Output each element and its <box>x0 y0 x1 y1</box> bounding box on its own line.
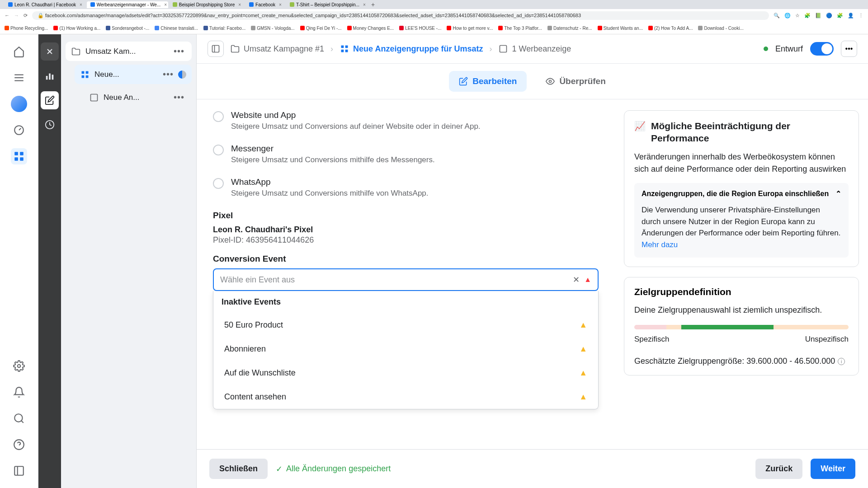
avatar[interactable] <box>11 96 27 112</box>
more-button[interactable]: ••• <box>841 41 857 57</box>
next-button[interactable]: Weiter <box>811 459 855 479</box>
form-column: Website und App Steigere Umsatz und Conv… <box>197 99 615 449</box>
settings-icon[interactable] <box>11 358 27 374</box>
close-icon[interactable]: × <box>363 2 366 7</box>
tab-bar: Leon R. Chaudhari | Facebook× Werbeanzei… <box>0 0 868 9</box>
tree-label: Umsatz Kam... <box>85 47 172 56</box>
extension-icon[interactable]: 🧩 <box>804 13 811 19</box>
side-column: 📈 Mögliche Beeinträchtigung der Performa… <box>615 99 868 449</box>
bookmark[interactable]: Money Changes E... <box>347 26 394 31</box>
event-option[interactable]: Abonnieren▲ <box>213 337 598 361</box>
chart-icon[interactable] <box>41 67 59 85</box>
event-option[interactable]: Auf die Wunschliste▲ <box>213 361 598 385</box>
close-icon[interactable]: × <box>238 2 241 7</box>
bookmark[interactable]: Qing Fei De Yi -... <box>300 26 342 31</box>
close-icon[interactable] <box>41 42 59 61</box>
tree-ad[interactable]: Neue An... ••• <box>84 88 192 107</box>
active-toggle[interactable] <box>810 42 834 56</box>
tab-review[interactable]: Überprüfen <box>536 71 615 92</box>
close-button[interactable]: Schließen <box>209 459 268 479</box>
extension-icon[interactable]: 🧩 <box>837 13 843 19</box>
bookmark[interactable]: Download - Cooki... <box>698 26 743 31</box>
menu-icon[interactable] <box>11 70 27 86</box>
radio-website-app[interactable]: Website und App Steigere Umsatz und Conv… <box>213 110 599 131</box>
forward-icon[interactable]: → <box>14 13 19 18</box>
learn-more-link[interactable]: Mehr dazu <box>642 240 678 249</box>
back-button[interactable]: Zurück <box>755 459 802 479</box>
extension-icon[interactable]: 📗 <box>815 13 821 19</box>
gauge-icon[interactable] <box>11 122 27 138</box>
edit-icon[interactable] <box>41 91 59 109</box>
breadcrumb-ad[interactable]: 1 Werbeanzeige <box>498 44 571 54</box>
bookmark[interactable]: (1) How Working a... <box>53 26 100 31</box>
tree-campaign[interactable]: Umsatz Kam... ••• <box>66 42 192 61</box>
tab-edit[interactable]: Bearbeiten <box>449 71 527 92</box>
bookmark[interactable]: Sonderangebot -... <box>106 26 149 31</box>
conversion-event-select[interactable]: ✕ ▲ <box>213 268 599 291</box>
bookmark[interactable]: The Top 3 Platfor... <box>498 26 542 31</box>
browser-tab[interactable]: Werbeanzeigenmanager - We...× <box>87 1 168 8</box>
bookmark[interactable]: Chinese translati... <box>155 26 198 31</box>
bookmark[interactable]: Datenschutz - Re... <box>547 26 592 31</box>
extension-icon[interactable]: 🔵 <box>826 13 832 19</box>
reload-icon[interactable]: ⟳ <box>24 13 28 19</box>
bookmark[interactable]: (2) How To Add A... <box>648 26 693 31</box>
new-tab-button[interactable]: + <box>371 1 375 8</box>
browser-tab[interactable]: Leon R. Chaudhari | Facebook× <box>5 1 86 8</box>
browser-tab[interactable]: Facebook× <box>245 1 285 8</box>
radio-whatsapp[interactable]: WhatsApp Steigere Umsatz und Conversions… <box>213 177 599 198</box>
event-option[interactable]: 50 Euro Product▲ <box>213 313 598 337</box>
svg-rect-25 <box>91 94 98 101</box>
url-field[interactable]: 🔒 facebook.com/adsmanager/manage/adsets/… <box>32 11 769 20</box>
browser-tab[interactable]: T-Shirt – Beispiel Dropshippin...× <box>286 1 368 8</box>
radio-messenger[interactable]: Messenger Steigere Umsatz und Conversion… <box>213 144 599 164</box>
ads-manager-icon[interactable] <box>11 148 27 164</box>
warning-icon: ▲ <box>579 392 587 402</box>
breadcrumb-campaign[interactable]: Umsatz Kampagne #1 <box>230 44 324 54</box>
help-icon[interactable] <box>11 436 27 453</box>
translate-icon[interactable]: 🌐 <box>784 13 791 19</box>
tab-title: Leon R. Chaudhari | Facebook <box>14 2 76 7</box>
menu-icon[interactable]: ⋮ <box>859 13 863 19</box>
history-icon[interactable] <box>41 116 59 134</box>
svg-rect-31 <box>345 50 348 52</box>
more-icon[interactable]: ••• <box>161 69 175 80</box>
close-icon[interactable]: × <box>279 2 282 7</box>
editor: Umsatz Kampagne #1 › Neue Anzeigengruppe… <box>197 34 868 488</box>
event-dropdown: Inaktive Events 50 Euro Product▲ Abonnie… <box>213 291 599 409</box>
audience-gauge <box>634 325 849 329</box>
more-icon[interactable]: ••• <box>172 46 186 56</box>
warning-icon: ▲ <box>579 368 587 378</box>
svg-rect-32 <box>500 46 507 52</box>
zoom-icon[interactable]: 🔍 <box>774 13 780 19</box>
back-icon[interactable]: ← <box>5 13 9 18</box>
star-icon[interactable]: ☆ <box>795 13 800 19</box>
editor-nav <box>38 34 61 488</box>
bookmark[interactable]: Phone Recycling... <box>5 26 48 31</box>
breadcrumb: Umsatz Kampagne #1 › Neue Anzeigengruppe… <box>197 34 868 64</box>
collapse-icon[interactable] <box>11 463 27 479</box>
ad-icon <box>89 93 99 103</box>
bookmark[interactable]: Tutorial: Facebo... <box>203 26 245 31</box>
panel-toggle-button[interactable] <box>208 41 224 57</box>
bookmark[interactable]: GMSN - Vologda... <box>251 26 294 31</box>
search-icon[interactable] <box>11 410 27 427</box>
tree-adset[interactable]: Neue... ••• <box>75 65 192 84</box>
info-icon[interactable]: i <box>838 358 845 365</box>
close-icon[interactable]: × <box>164 2 167 7</box>
breadcrumb-adset[interactable]: Neue Anzeigengruppe für Umsatz <box>340 44 483 54</box>
notifications-icon[interactable] <box>11 384 27 400</box>
event-input[interactable] <box>220 275 568 285</box>
browser-tab[interactable]: Beispiel Dropshipping Store× <box>169 1 245 8</box>
bookmark[interactable]: How to get more v... <box>447 26 493 31</box>
sub-panel-toggle[interactable]: Anzeigengruppen, die die Region Europa e… <box>634 183 849 204</box>
home-icon[interactable] <box>11 43 27 60</box>
profile-icon[interactable]: 👤 <box>848 13 854 19</box>
sub-panel-title: Anzeigengruppen, die die Region Europa e… <box>642 190 829 198</box>
close-icon[interactable]: × <box>80 2 82 7</box>
bookmark[interactable]: Student Wants an... <box>598 26 643 31</box>
clear-icon[interactable]: ✕ <box>573 275 580 285</box>
more-icon[interactable]: ••• <box>172 92 186 103</box>
bookmark[interactable]: LEE'S HOUSE -... <box>399 26 441 31</box>
event-option[interactable]: Content ansehen▲ <box>213 385 598 409</box>
